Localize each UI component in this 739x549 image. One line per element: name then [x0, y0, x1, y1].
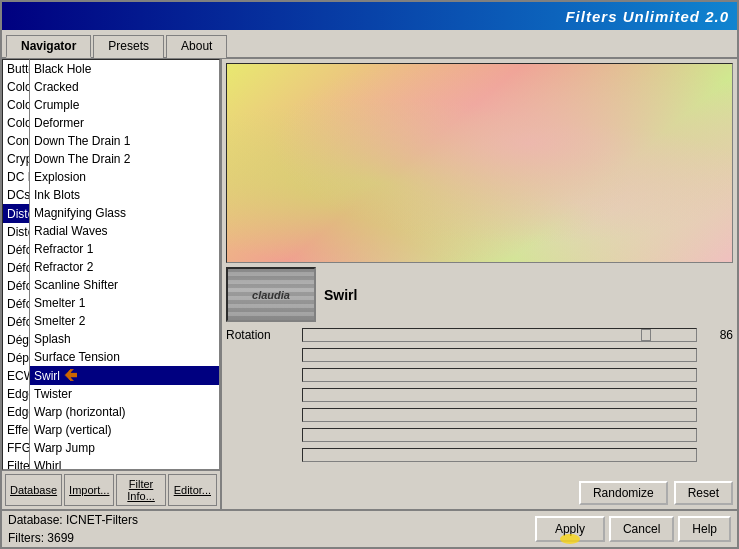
slider-value-rotation: 86: [703, 328, 733, 342]
filter-item-16[interactable]: Surface Tension: [30, 348, 219, 366]
filter-item-1[interactable]: Cracked: [30, 78, 219, 96]
category-item-22[interactable]: Filter Factory Gallery A: [3, 457, 29, 470]
apply-button[interactable]: Apply: [535, 516, 605, 542]
main-content: Buttons & FramesColor EffectsColor Filte…: [2, 59, 737, 509]
filter-item-13[interactable]: Smelter 1: [30, 294, 219, 312]
editor-button[interactable]: Editor...: [168, 474, 217, 506]
slider-track-4[interactable]: [302, 388, 697, 402]
slider-row-6: [226, 426, 733, 444]
slider-row-5: [226, 406, 733, 424]
category-item-3[interactable]: ColorRave: [3, 114, 29, 132]
slider-track-5[interactable]: [302, 408, 697, 422]
filter-item-5[interactable]: Down The Drain 2: [30, 150, 219, 168]
filter-item-18[interactable]: Twister: [30, 385, 219, 403]
category-item-11[interactable]: Déformations: [3, 259, 29, 277]
main-window: Filters Unlimited 2.0 Navigator Presets …: [0, 0, 739, 549]
slider-track-2[interactable]: [302, 348, 697, 362]
database-button[interactable]: Database: [5, 474, 62, 506]
category-item-12[interactable]: Déformation: [3, 277, 29, 295]
filter-list[interactable]: Black HoleCrackedCrumpleDeformerDown The…: [30, 59, 220, 470]
filter-item-0[interactable]: Black Hole: [30, 60, 219, 78]
filter-item-2[interactable]: Crumple: [30, 96, 219, 114]
category-item-9[interactable]: Distort: [3, 223, 29, 241]
filter-item-11[interactable]: Refractor 2: [30, 258, 219, 276]
category-item-19[interactable]: Edges, Square: [3, 403, 29, 421]
category-item-16[interactable]: Déplacements de couches: [3, 349, 29, 367]
reset-button[interactable]: Reset: [674, 481, 733, 505]
status-bar: Database: ICNET-Filters Filters: 3699 Ap…: [2, 509, 737, 547]
slider-row-2: [226, 346, 733, 364]
left-panel: Buttons & FramesColor EffectsColor Filte…: [2, 59, 222, 509]
thumbnail: claudia: [226, 267, 316, 322]
filter-name-label: Swirl: [324, 287, 733, 303]
category-item-20[interactable]: Effects: [3, 421, 29, 439]
filter-item-14[interactable]: Smelter 2: [30, 312, 219, 330]
slider-track-rotation[interactable]: [302, 328, 697, 342]
title-bar-text: Filters Unlimited 2.0: [565, 8, 729, 25]
category-item-0[interactable]: Buttons & Frames: [3, 60, 29, 78]
category-item-1[interactable]: Color Effects: [3, 78, 29, 96]
category-item-8[interactable]: Distortion Filters 🡸: [3, 204, 29, 223]
filters-label: Filters: 3699: [8, 529, 138, 547]
category-list[interactable]: Buttons & FramesColor EffectsColor Filte…: [2, 59, 30, 470]
filter-item-15[interactable]: Splash: [30, 330, 219, 348]
filter-item-22[interactable]: Whirl: [30, 457, 219, 470]
filter-item-21[interactable]: Warp Jump: [30, 439, 219, 457]
category-item-18[interactable]: Edges, Round: [3, 385, 29, 403]
filter-item-3[interactable]: Deformer: [30, 114, 219, 132]
help-button[interactable]: Help: [678, 516, 731, 542]
right-panel: claudia Swirl Rotation 86: [222, 59, 737, 509]
filter-item-7[interactable]: Ink Blots: [30, 186, 219, 204]
category-item-17[interactable]: ECWS: [3, 367, 29, 385]
category-item-14[interactable]: Déformation: [3, 313, 29, 331]
filter-item-6[interactable]: Explosion: [30, 168, 219, 186]
title-bar: Filters Unlimited 2.0: [2, 2, 737, 30]
tab-bar: Navigator Presets About: [2, 30, 737, 59]
tab-about[interactable]: About: [166, 35, 227, 58]
tab-navigator[interactable]: Navigator: [6, 35, 91, 58]
category-item-13[interactable]: Déformations: [3, 295, 29, 313]
filter-item-4[interactable]: Down The Drain 1: [30, 132, 219, 150]
slider-row-rotation: Rotation 86: [226, 326, 733, 344]
slider-track-6[interactable]: [302, 428, 697, 442]
slider-row-3: [226, 366, 733, 384]
filter-item-17[interactable]: Swirl 🡸: [30, 366, 219, 385]
filter-item-8[interactable]: Magnifying Glass: [30, 204, 219, 222]
filter-item-20[interactable]: Warp (vertical): [30, 421, 219, 439]
list-container: Buttons & FramesColor EffectsColor Filte…: [2, 59, 220, 470]
status-buttons: Apply Cancel Help: [535, 516, 731, 542]
category-item-6[interactable]: DC Layer: [3, 168, 29, 186]
slider-thumb-rotation[interactable]: [641, 329, 651, 341]
slider-row-4: [226, 386, 733, 404]
rand-reset-row: Randomize Reset: [226, 481, 733, 505]
category-item-2[interactable]: Color Filters: [3, 96, 29, 114]
category-item-21[interactable]: FFG???: [3, 439, 29, 457]
filter-item-10[interactable]: Refractor 1: [30, 240, 219, 258]
category-item-5[interactable]: Cryptology: [3, 150, 29, 168]
filter-item-9[interactable]: Radial Waves: [30, 222, 219, 240]
status-info: Database: ICNET-Filters Filters: 3699: [8, 511, 138, 547]
left-buttons: Database Import... Filter Info... Editor…: [2, 470, 220, 509]
category-item-7[interactable]: DCspecial: [3, 186, 29, 204]
category-item-15[interactable]: Dégradés: [3, 331, 29, 349]
database-label: Database: ICNET-Filters: [8, 511, 138, 529]
category-item-4[interactable]: Convolution Filters: [3, 132, 29, 150]
thumbnail-row: claudia Swirl: [226, 267, 733, 322]
preview-area: [226, 63, 733, 263]
randomize-button[interactable]: Randomize: [579, 481, 668, 505]
tab-presets[interactable]: Presets: [93, 35, 164, 58]
import-button[interactable]: Import...: [64, 474, 114, 506]
thumbnail-label: claudia: [252, 289, 290, 301]
filter-item-19[interactable]: Warp (horizontal): [30, 403, 219, 421]
slider-track-7[interactable]: [302, 448, 697, 462]
cancel-button[interactable]: Cancel: [609, 516, 674, 542]
slider-label-rotation: Rotation: [226, 328, 296, 342]
preview-image: [227, 64, 732, 262]
controls-area: Rotation 86: [226, 326, 733, 479]
filter-item-12[interactable]: Scanline Shifter: [30, 276, 219, 294]
category-item-10[interactable]: Déformation: [3, 241, 29, 259]
filter-info-button[interactable]: Filter Info...: [116, 474, 165, 506]
slider-row-7: [226, 446, 733, 464]
slider-track-3[interactable]: [302, 368, 697, 382]
